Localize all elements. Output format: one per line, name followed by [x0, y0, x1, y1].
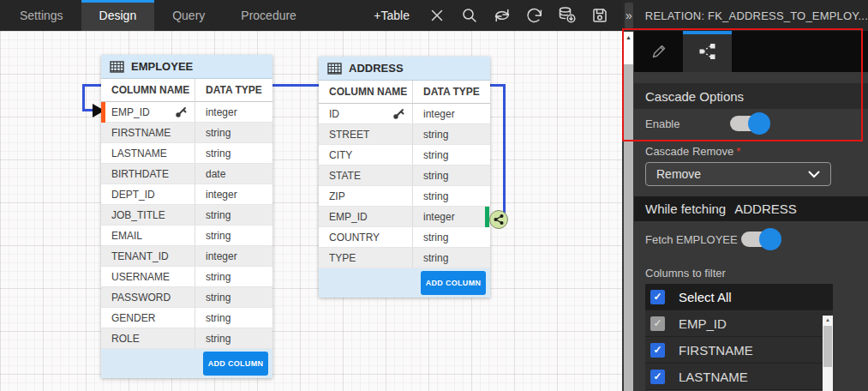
relation-properties-panel: » RELATION: FK_ADDRESS_TO_EMPLOY... ▲: [622, 0, 868, 391]
enable-label: Enable: [645, 117, 730, 130]
add-table-button[interactable]: +Table: [374, 9, 410, 22]
column-name: ID: [329, 108, 339, 120]
column-type: string: [413, 145, 490, 165]
scroll-up-icon[interactable]: ▲: [823, 316, 833, 325]
column-name: EMAIL: [111, 230, 142, 242]
table-row[interactable]: EMP_ID integer: [101, 102, 272, 123]
column-type: string: [195, 267, 272, 286]
fetch-toggle[interactable]: [741, 232, 780, 247]
table-row[interactable]: PASSWORDstring: [101, 287, 272, 308]
redo-icon[interactable]: [524, 5, 545, 26]
table-row[interactable]: COUNTRYstring: [319, 227, 490, 248]
column-type: integer: [413, 207, 490, 226]
column-filter-item[interactable]: ✓EMP_ID: [645, 310, 833, 337]
checkbox[interactable]: ✓: [650, 290, 665, 304]
checkbox[interactable]: ✓: [650, 316, 665, 331]
database-export-icon[interactable]: [557, 5, 578, 26]
table-row[interactable]: STREETstring: [319, 124, 490, 145]
top-toolbar: Settings Design Query Procedure +Table: [0, 0, 622, 31]
col-header-type: DATA TYPE: [195, 79, 272, 101]
table-row[interactable]: CITYstring: [319, 145, 490, 165]
table-title: ADDRESS: [349, 62, 404, 75]
table-column-headers: COLUMN NAME DATA TYPE: [319, 81, 490, 104]
panel-title: RELATION: FK_ADDRESS_TO_EMPLOY...: [645, 9, 868, 22]
tab-edit[interactable]: [634, 31, 683, 72]
cascade-remove-select[interactable]: Remove: [645, 162, 831, 186]
table-row[interactable]: ID integer: [319, 104, 490, 124]
column-name: STATE: [329, 170, 361, 182]
table-row[interactable]: GENDERstring: [101, 308, 272, 328]
column-filter-item[interactable]: ✓FIRSTNAME: [645, 337, 833, 364]
table-row[interactable]: STATEstring: [319, 165, 490, 186]
col-header-name: COLUMN NAME: [319, 81, 413, 103]
column-filter-item[interactable]: ✓Select All: [645, 284, 833, 310]
filter-label: FIRSTNAME: [679, 343, 753, 358]
while-fetching-header: While fetching ADDRESS: [634, 196, 868, 221]
table-row[interactable]: BIRTHDATEdate: [101, 164, 272, 184]
table-rows: EMP_ID integerFIRSTNAMEstringLASTNAMEstr…: [101, 102, 272, 349]
add-column-button[interactable]: ADD COLUMN: [203, 352, 268, 376]
fetch-label: Fetch EMPLOYEE: [645, 233, 741, 246]
table-row[interactable]: ROLEstring: [101, 328, 272, 349]
column-type: string: [195, 287, 272, 307]
column-type: string: [413, 124, 490, 144]
collapse-panel-icon[interactable]: »: [625, 3, 633, 28]
relation-connector[interactable]: [489, 210, 508, 229]
table-row[interactable]: USERNAMEstring: [101, 267, 272, 287]
table-header[interactable]: ADDRESS: [319, 57, 490, 81]
tab-settings[interactable]: Settings: [2, 0, 81, 31]
column-type: string: [195, 226, 272, 245]
table-row[interactable]: EMAILstring: [101, 226, 272, 246]
search-icon[interactable]: [459, 5, 480, 26]
checkbox[interactable]: ✓: [650, 343, 665, 358]
scrollbar-thumb[interactable]: [823, 326, 832, 367]
table-row[interactable]: FIRSTNAMEstring: [101, 123, 272, 143]
tab-procedure[interactable]: Procedure: [223, 0, 314, 31]
pencil-icon: [650, 42, 668, 61]
table-employee[interactable]: EMPLOYEE COLUMN NAME DATA TYPE EMP_ID in…: [101, 55, 272, 378]
column-name: GENDER: [111, 312, 155, 324]
close-icon[interactable]: [427, 5, 447, 26]
required-asterisk: *: [736, 145, 740, 158]
save-icon[interactable]: [590, 5, 610, 26]
table-row[interactable]: ZIPstring: [319, 186, 490, 207]
list-scrollbar[interactable]: ▲: [823, 316, 833, 391]
table-header[interactable]: EMPLOYEE: [101, 55, 272, 79]
design-canvas[interactable]: EMPLOYEE COLUMN NAME DATA TYPE EMP_ID in…: [0, 31, 622, 391]
filter-label: Select All: [679, 290, 732, 304]
table-row[interactable]: LASTNAMEstring: [101, 143, 272, 164]
column-name: DEPT_ID: [111, 189, 155, 201]
column-type: string: [413, 165, 490, 185]
table-address[interactable]: ADDRESS COLUMN NAME DATA TYPE ID integer…: [319, 57, 490, 298]
column-name: PASSWORD: [111, 292, 171, 304]
column-name: EMP_ID: [329, 211, 368, 223]
tab-design[interactable]: Design: [81, 0, 155, 31]
table-row[interactable]: TENANT_IDinteger: [101, 246, 272, 267]
scroll-up-icon[interactable]: ▲: [624, 32, 633, 64]
col-header-type: DATA TYPE: [413, 81, 490, 103]
table-column-headers: COLUMN NAME DATA TYPE: [101, 79, 272, 102]
checkbox[interactable]: ✓: [650, 370, 665, 384]
cascade-remove-label: Cascade Remove*: [645, 145, 740, 158]
table-row[interactable]: EMP_IDinteger: [319, 207, 490, 227]
table-row[interactable]: DEPT_IDinteger: [101, 184, 272, 205]
relation-line[interactable]: [82, 84, 85, 111]
table-row[interactable]: TYPEstring: [319, 248, 490, 268]
table-grid-icon: [327, 63, 342, 75]
column-type: date: [195, 164, 272, 183]
tab-relation[interactable]: [683, 31, 732, 72]
column-name: LASTNAME: [111, 147, 167, 159]
relation-line[interactable]: [503, 84, 506, 220]
key-icon: [175, 106, 187, 118]
column-type: string: [195, 205, 272, 225]
column-type: integer: [413, 104, 490, 123]
panel-scrollbar[interactable]: ▲: [624, 32, 633, 391]
enable-toggle[interactable]: [730, 116, 769, 131]
tab-query[interactable]: Query: [154, 0, 223, 31]
table-row[interactable]: JOB_TITLEstring: [101, 205, 272, 226]
refresh-icon[interactable]: [492, 5, 512, 26]
column-type: integer: [195, 184, 272, 204]
column-filter-item[interactable]: ✓LASTNAME: [645, 364, 833, 390]
panel-tabbar: [634, 31, 868, 72]
add-column-button[interactable]: ADD COLUMN: [421, 271, 486, 295]
